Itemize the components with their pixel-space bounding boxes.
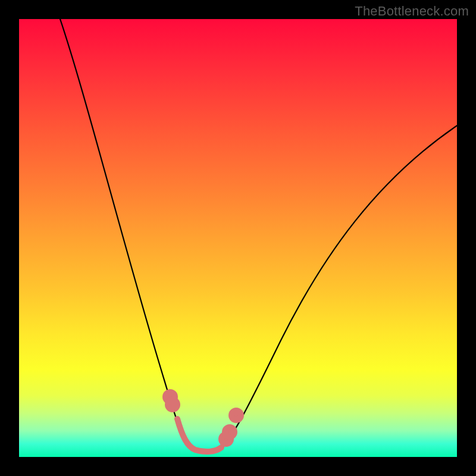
- svg-point-4: [231, 411, 241, 420]
- chart-frame: TheBottleneck.com: [0, 0, 476, 476]
- highlight-points: [165, 392, 241, 452]
- plot-area: [19, 19, 457, 457]
- bottleneck-curve: [59, 19, 457, 453]
- watermark-text: TheBottleneck.com: [355, 4, 469, 19]
- svg-point-1: [168, 400, 177, 409]
- svg-point-3: [225, 427, 234, 437]
- curve-layer: [19, 19, 457, 457]
